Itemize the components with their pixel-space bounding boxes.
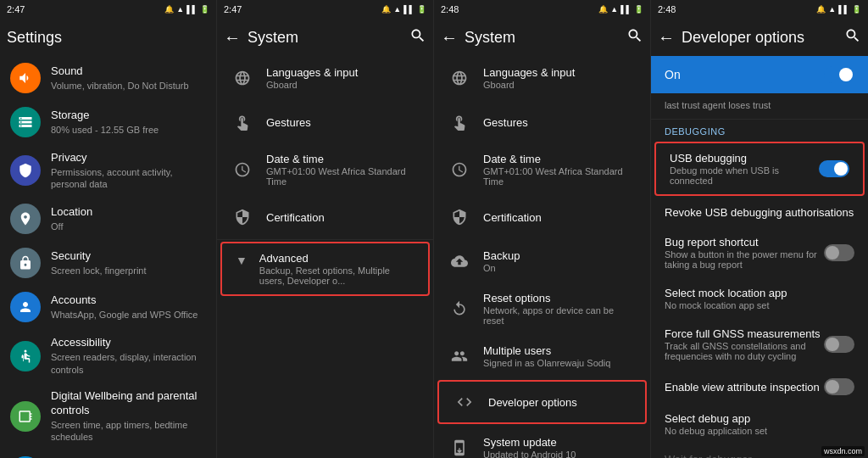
gnss-text: Force full GNSS measurements Track all G… (665, 327, 824, 361)
privacy-subtitle: Permissions, account activity, personal … (51, 166, 206, 191)
advanced-item[interactable]: ▼ Advanced Backup, Reset options, Multip… (220, 242, 430, 296)
mock-location-row: Select mock location app No mock locatio… (665, 287, 854, 310)
digital-wellbeing-subtitle: Screen time, app timers, bedtime schedul… (51, 419, 206, 444)
wait-debugger-text: Wait for debugger Debugged application w… (665, 453, 824, 458)
datetime-item-3[interactable]: Date & time GMT+01:00 West Africa Standa… (434, 144, 650, 195)
location-text: Location Off (51, 205, 206, 232)
storage-text: Storage 80% used - 12.55 GB free (51, 109, 206, 136)
lang-item-3[interactable]: Languages & input Gboard (434, 56, 650, 100)
digital-wellbeing-text: Digital Wellbeing and parental controls … (51, 389, 206, 443)
backup-subtitle-3: On (483, 263, 637, 273)
developer-options-icon (453, 394, 476, 411)
battery-icon-4: 🔋 (852, 5, 861, 14)
usb-debugging-toggle[interactable] (819, 160, 849, 177)
languages-text: Languages & input Gboard (266, 66, 420, 90)
certification-icon (231, 209, 254, 226)
location-icon (10, 204, 41, 234)
debug-app-row: Select debug app No debug application se… (665, 412, 854, 436)
languages-subtitle: Gboard (266, 80, 420, 90)
bug-report-toggle[interactable] (824, 244, 854, 261)
reset-icon-3 (448, 300, 471, 317)
system-update-text: System update Updated to Android 10 (483, 436, 637, 458)
revoke-usb-item[interactable]: Revoke USB debugging authorisations (651, 198, 868, 227)
usb-debugging-row: USB debugging Debug mode when USB is con… (670, 152, 849, 186)
google-item[interactable]: G Google Services & preferences (0, 450, 216, 458)
cert-item-3[interactable]: Certification (434, 195, 650, 239)
system-update-subtitle: Updated to Android 10 (483, 450, 637, 458)
date-time-icon (231, 161, 254, 178)
privacy-item[interactable]: Privacy Permissions, account activity, p… (0, 144, 216, 197)
date-time-item[interactable]: Date & time GMT+01:00 West Africa Standa… (217, 144, 433, 195)
certification-title: Certification (266, 211, 420, 224)
sound-icon (10, 63, 41, 93)
sound-item[interactable]: Sound Volume, vibration, Do Not Disturb (0, 56, 216, 100)
dev-trust-text: last trust agent loses trust (665, 100, 771, 110)
view-attribute-title: Enable view attribute inspection (665, 381, 824, 394)
users-item-3[interactable]: Multiple users Signed in as Olanrewaju S… (434, 334, 650, 378)
certification-text: Certification (266, 211, 420, 224)
back-button-4[interactable]: ← (658, 28, 675, 47)
digital-wellbeing-item[interactable]: Digital Wellbeing and parental controls … (0, 383, 216, 450)
reset-title-3: Reset options (483, 292, 637, 304)
gnss-item[interactable]: Force full GNSS measurements Track all G… (651, 319, 868, 370)
usb-debugging-item[interactable]: USB debugging Debug mode when USB is con… (654, 142, 865, 196)
cert-icon-3 (448, 209, 471, 226)
view-attribute-item[interactable]: Enable view attribute inspection (651, 370, 868, 404)
system-expanded-title: System (465, 29, 620, 47)
system-update-item[interactable]: System update Updated to Android 10 (434, 426, 650, 458)
backup-icon-3 (448, 253, 471, 270)
privacy-title: Privacy (51, 151, 206, 165)
advanced-text: Advanced Backup, Reset options, Multiple… (259, 252, 415, 286)
location-item[interactable]: Location Off (0, 197, 216, 241)
accessibility-item[interactable]: Accessibility Screen readers, display, i… (0, 329, 216, 382)
bug-report-item[interactable]: Bug report shortcut Show a button in the… (651, 227, 868, 278)
revoke-usb-text: Revoke USB debugging authorisations (665, 206, 854, 219)
bug-report-text: Bug report shortcut Show a button in the… (665, 236, 824, 270)
gnss-toggle[interactable] (824, 336, 854, 353)
languages-icon (231, 70, 254, 87)
date-time-title: Date & time (266, 153, 420, 165)
status-bar-3: 2:48 🔔 ▲ ▌▌ 🔋 (434, 0, 650, 19)
search-button-3[interactable] (626, 27, 643, 48)
accounts-item[interactable]: Accounts WhatsApp, Google and WPS Office (0, 285, 216, 329)
status-bar-2: 2:47 🔔 ▲ ▌▌ 🔋 (217, 0, 433, 19)
reset-text-3: Reset options Network, apps or device ca… (483, 292, 637, 326)
languages-item[interactable]: Languages & input Gboard (217, 56, 433, 100)
revoke-usb-row: Revoke USB debugging authorisations (665, 206, 854, 219)
settings-panel: 2:47 🔔 ▲ ▌▌ 🔋 Settings Sound Volume, vib… (0, 0, 217, 458)
dev-on-row[interactable]: On (651, 56, 868, 93)
back-button-2[interactable]: ← (224, 28, 241, 47)
reset-item-3[interactable]: Reset options Network, apps or device ca… (434, 283, 650, 334)
gestures-title: Gestures (266, 116, 420, 129)
security-item[interactable]: Security Screen lock, fingerprint (0, 241, 216, 285)
battery-icon-3: 🔋 (634, 5, 643, 14)
wifi-icon-3: ▲ (610, 5, 618, 14)
status-icons-2: 🔔 ▲ ▌▌ 🔋 (381, 5, 426, 14)
usb-debugging-title: USB debugging (670, 152, 819, 165)
gesture-item-3[interactable]: Gestures (434, 100, 650, 144)
gestures-item[interactable]: Gestures (217, 100, 433, 144)
search-button-4[interactable] (844, 27, 861, 48)
gnss-toggle-knob (826, 338, 839, 351)
search-button-2[interactable] (409, 27, 426, 48)
backup-item-3[interactable]: Backup On (434, 239, 650, 283)
storage-subtitle: 80% used - 12.55 GB free (51, 124, 206, 136)
accounts-text: Accounts WhatsApp, Google and WPS Office (51, 293, 206, 321)
cert-title-3: Certification (483, 211, 637, 224)
debug-app-item[interactable]: Select debug app No debug application se… (651, 404, 868, 444)
storage-icon (10, 107, 41, 137)
certification-item[interactable]: Certification (217, 195, 433, 239)
usb-debugging-text: USB debugging Debug mode when USB is con… (670, 152, 819, 186)
back-button-3[interactable]: ← (441, 28, 458, 47)
storage-item[interactable]: Storage 80% used - 12.55 GB free (0, 100, 216, 144)
backup-title-3: Backup (483, 249, 637, 262)
developer-options-text: Developer options (488, 396, 632, 409)
mock-location-item[interactable]: Select mock location app No mock locatio… (651, 278, 868, 319)
dev-on-toggle[interactable] (824, 66, 854, 83)
dev-options-list: On last trust agent loses trust DEBUGGIN… (651, 56, 868, 458)
advanced-subtitle: Backup, Reset options, Multiple users, D… (259, 265, 415, 286)
developer-options-item[interactable]: Developer options (437, 380, 647, 424)
bug-report-toggle-knob (826, 246, 839, 260)
view-attr-toggle-knob (826, 380, 839, 394)
view-attribute-toggle[interactable] (824, 378, 854, 395)
